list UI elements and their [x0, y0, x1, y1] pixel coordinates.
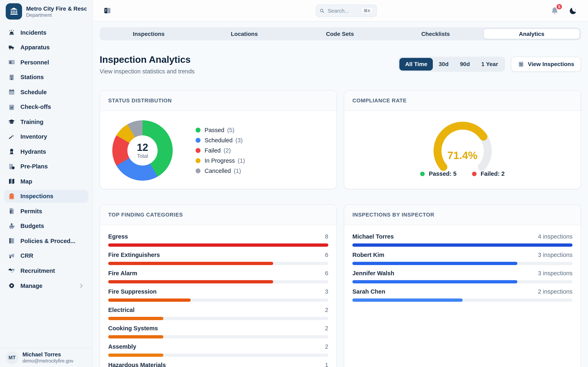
- bar-fill: [108, 262, 273, 265]
- sidebar-item-policies[interactable]: Policies & Proced...: [4, 234, 88, 247]
- inspector-count: 2 inspections: [538, 288, 572, 295]
- finding-label: Fire Alarm: [108, 270, 137, 276]
- bar-track: [352, 299, 572, 302]
- sidebar-item-label: CRR: [20, 252, 33, 259]
- findings-list: Egress8 Fire Extinguishers6 Fire Alarm6: [100, 225, 337, 367]
- finding-count: 8: [325, 233, 328, 240]
- finding-count: 3: [325, 288, 328, 295]
- sidebar-item-label: Training: [20, 118, 43, 125]
- tab-inspections[interactable]: Inspections: [101, 29, 196, 39]
- status-legend: Passed (5) Scheduled (3) Failed: [196, 127, 245, 174]
- sidebar-item-label: Incidents: [20, 29, 46, 36]
- finding-count: 6: [325, 270, 328, 276]
- sidebar-item-crr[interactable]: CRR: [4, 249, 88, 262]
- bar-fill: [352, 299, 462, 302]
- handshake-icon: [8, 267, 16, 274]
- bar-track: [352, 262, 572, 265]
- notifications-button[interactable]: 5: [550, 6, 559, 15]
- sidebar-item-inspections[interactable]: Inspections: [4, 190, 88, 202]
- bar-track: [352, 280, 572, 284]
- sidebar-item-check-offs[interactable]: Check-offs: [4, 100, 88, 113]
- filter-90d[interactable]: 90d: [454, 58, 476, 70]
- sidebar-item-permits[interactable]: Permits: [4, 205, 88, 217]
- sidebar-nav: Incidents Apparatus Personnel Stations S…: [0, 23, 92, 367]
- legend-dot: [196, 148, 200, 153]
- app-window: Metro City Fire & Resc... Department Inc…: [0, 0, 588, 367]
- tab-analytics[interactable]: Analytics: [484, 29, 580, 39]
- moon-icon: [569, 6, 577, 15]
- bar-fill: [352, 280, 518, 284]
- filter-all-time[interactable]: All Time: [399, 58, 433, 70]
- user-menu[interactable]: MT Michael Torres demo@metrocityfire.gov: [0, 348, 92, 367]
- bar-track: [108, 280, 328, 284]
- bar-track: [108, 243, 328, 247]
- sidebar-toggle-button[interactable]: [103, 7, 112, 15]
- finding-label: Fire Suppression: [108, 288, 156, 295]
- bar-track: [108, 317, 328, 320]
- bar-track: [352, 243, 572, 247]
- inspector-name: Jennifer Walsh: [352, 270, 394, 276]
- legend-label: Scheduled: [205, 137, 233, 143]
- legend-dot: [196, 127, 200, 132]
- clipboard-icon: [518, 61, 524, 67]
- inspector-name: Robert Kim: [352, 252, 384, 258]
- search-input[interactable]: [327, 7, 359, 14]
- filter-1-year[interactable]: 1 Year: [476, 58, 504, 70]
- inspector-count: 3 inspections: [538, 270, 572, 276]
- sidebar-item-recruitment[interactable]: Recruitment: [4, 264, 88, 277]
- sidebar-item-label: Permits: [20, 208, 42, 214]
- sidebar-item-hydrants[interactable]: Hydrants: [4, 145, 88, 158]
- finding-count: 6: [325, 252, 328, 258]
- sidebar-item-manage[interactable]: Manage: [4, 279, 88, 292]
- status-donut-chart: 12 Total: [112, 120, 173, 180]
- sidebar-item-label: Manage: [20, 282, 43, 289]
- sidebar-item-schedule[interactable]: Schedule: [4, 86, 88, 98]
- tab-locations[interactable]: Locations: [196, 29, 292, 39]
- donut-total: 12: [137, 142, 148, 152]
- legend-label: Cancelled: [205, 167, 231, 174]
- inspector-row: Jennifer Walsh3 inspections: [352, 269, 572, 284]
- sidebar-item-pre-plans[interactable]: Pre-Plans: [4, 160, 88, 173]
- building-icon: [8, 74, 16, 81]
- sidebar-item-training[interactable]: Training: [4, 115, 88, 128]
- bank-icon: [9, 7, 19, 16]
- inspector-name: Sarah Chen: [352, 288, 385, 295]
- search-input-box[interactable]: ⌘K: [315, 4, 377, 17]
- content: Inspections Locations Code Sets Checklis…: [93, 22, 588, 367]
- topbar-actions: 5: [550, 6, 577, 15]
- siren-icon: [8, 29, 16, 36]
- finding-label: Egress: [108, 233, 128, 240]
- sidebar-item-personnel[interactable]: Personnel: [4, 56, 88, 68]
- compliance-rate-card: COMPLIANCE RATE 71.4%: [344, 90, 581, 189]
- finding-row: Fire Suppression3: [108, 287, 328, 302]
- finding-row: Cooking Systems2: [108, 324, 328, 338]
- topbar: ⌘K 5: [93, 0, 588, 22]
- status-card-body: 12 Total Passed (5): [100, 111, 337, 189]
- inspector-row: Michael Torres4 inspections: [352, 233, 572, 247]
- view-inspections-button[interactable]: View Inspections: [511, 57, 581, 72]
- sidebar-item-label: Personnel: [20, 59, 49, 66]
- legend-count: (3): [235, 137, 242, 143]
- card-title: STATUS DISTRIBUTION: [108, 98, 172, 104]
- org-header[interactable]: Metro City Fire & Resc... Department: [0, 0, 92, 23]
- chevron-right-icon: [78, 283, 84, 289]
- card-header: COMPLIANCE RATE: [344, 91, 581, 111]
- inspector-name: Michael Torres: [352, 233, 394, 240]
- tab-checklists[interactable]: Checklists: [388, 29, 483, 39]
- status-distribution-card: STATUS DISTRIBUTION 12 Total: [100, 90, 337, 189]
- tab-code-sets[interactable]: Code Sets: [292, 29, 388, 39]
- donut-total-label: Total: [137, 153, 148, 159]
- sidebar-item-budgets[interactable]: Budgets: [4, 220, 88, 232]
- donut-center: 12 Total: [127, 135, 158, 165]
- filter-30d[interactable]: 30d: [433, 58, 454, 70]
- clipboard-check-icon: [8, 103, 16, 110]
- sidebar-item-inventory[interactable]: Inventory: [4, 130, 88, 143]
- sidebar-item-map[interactable]: Map: [4, 175, 88, 188]
- sidebar-item-stations[interactable]: Stations: [4, 71, 88, 83]
- sidebar-item-label: Pre-Plans: [20, 163, 48, 170]
- finding-count: 2: [325, 325, 328, 332]
- sidebar-item-apparatus[interactable]: Apparatus: [4, 41, 88, 54]
- org-subtitle: Department: [26, 12, 86, 18]
- sidebar-item-incidents[interactable]: Incidents: [4, 26, 88, 39]
- dark-mode-toggle[interactable]: [569, 6, 577, 15]
